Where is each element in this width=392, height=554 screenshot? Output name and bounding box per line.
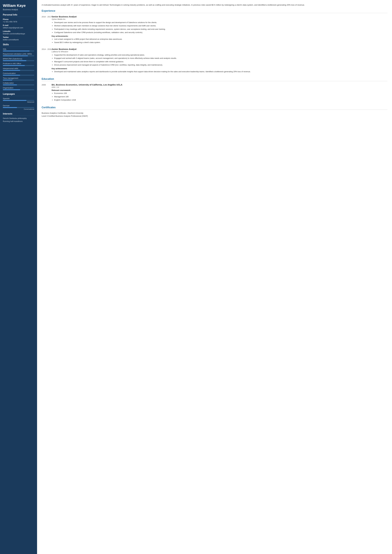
- entry-org: LaBeouf & Wheaton: [52, 51, 387, 53]
- skill-bar-fill: [3, 89, 20, 90]
- personal-info-field: E-mailwilliam.kaye@gmail.com: [3, 24, 34, 29]
- skill-name: Communication: [3, 72, 34, 74]
- skill-item: Requirement elicitation (JAD, BRD): [3, 53, 34, 56]
- language-item: GermanConversational: [3, 104, 34, 110]
- skill-bar-fill: [3, 84, 17, 85]
- entry-title: BA, Business Economics, University of Ca…: [52, 83, 387, 86]
- key-achievement-bullet: Management 180: [54, 95, 387, 98]
- entry-bullet: Engaged and worked with 3 aligned teams …: [54, 57, 387, 60]
- skill-bar-fill: [3, 65, 25, 66]
- certificate-item: Business Analytics Certificate—Stanford …: [42, 112, 387, 114]
- language-level: Advanced: [3, 101, 34, 103]
- skill-bar-fill: [3, 70, 20, 71]
- entry-bullet: Developed user stories and to-be process…: [54, 21, 387, 24]
- entry-content: Senior Business AnalystXytras Media Inc.…: [52, 15, 387, 45]
- personal-info-section-title: Personal Info: [3, 14, 34, 17]
- skill-bar-bg: [3, 70, 34, 71]
- info-label: Twitter: [3, 36, 34, 38]
- personal-info-field: Twittertwitter.com/williamk: [3, 36, 34, 41]
- skill-name: SQL: [3, 48, 34, 50]
- skill-name: Interpersonal skills: [3, 67, 34, 69]
- language-item: SpanishAdvanced: [3, 97, 34, 103]
- key-achievement-label: Relevant coursework:: [52, 89, 387, 91]
- entry-org: Xytras Media Inc.: [52, 18, 387, 20]
- entry-title: Junior Business Analyst: [52, 48, 387, 50]
- entry: 2014 - 2016Junior Business AnalystLaBeou…: [42, 48, 387, 74]
- entry-bullet: Worked collaboratively with team members…: [54, 24, 387, 27]
- skill-item: Organization: [3, 87, 34, 90]
- candidate-name: William Kaye: [3, 3, 34, 8]
- skill-name: Time management: [3, 77, 34, 79]
- info-value: william.kaye@gmail.com: [3, 27, 34, 29]
- entry-bullet: Configured Salesforce and other CRM prod…: [54, 31, 387, 34]
- entry-date: 2014 - 2016: [42, 48, 52, 74]
- language-bar-bg: [3, 100, 34, 101]
- key-achievement-label: Key achievements:: [52, 35, 387, 37]
- experience-entries: 2016 - 2017Senior Business AnalystXytras…: [42, 15, 387, 74]
- skill-bar-fill: [3, 80, 12, 81]
- key-achievement-bullet: Saved $0.5 million by redesigning a clie…: [54, 41, 387, 44]
- entry: 2016 - 2017Senior Business AnalystXytras…: [42, 15, 387, 45]
- skill-bar-fill: [3, 60, 26, 61]
- info-label: LinkedIn: [3, 30, 34, 32]
- skill-bar-fill: [3, 55, 28, 56]
- info-value: +1-421-456-7878: [3, 21, 34, 23]
- skill-item: Proficient in MS Office: [3, 62, 34, 66]
- key-achievement-bullets: Led a team assigned to a $5M project tha…: [52, 38, 387, 44]
- language-bar-fill: [3, 100, 26, 101]
- key-achievement-bullet: English Composition 131B: [54, 99, 387, 101]
- certificates-section-title: Certificates: [42, 106, 387, 110]
- info-value: twitter.com/williamk: [3, 39, 34, 41]
- entry-org: GPA: 3.9: [52, 86, 387, 88]
- skill-bar-bg: [3, 51, 34, 51]
- key-achievement-bullet: Economics 106: [54, 92, 387, 95]
- language-name: Spanish: [3, 97, 34, 100]
- language-bar-bg: [3, 107, 34, 108]
- certificate-item: Level 3 Certified Business Analysis Prof…: [42, 115, 387, 117]
- entry-bullets: Developed user stories and to-be process…: [52, 21, 387, 34]
- skill-item: SQL: [3, 48, 34, 51]
- entry-content: Junior Business AnalystLaBeouf & Wheaton…: [52, 48, 387, 74]
- key-achievement-bullet: Developed and maintained sales analytics…: [54, 70, 387, 73]
- entry-title: Senior Business Analyst: [52, 15, 387, 18]
- info-label: Phone: [3, 18, 34, 20]
- skill-bar-bg: [3, 89, 34, 90]
- skill-bar-bg: [3, 84, 34, 85]
- languages-container: SpanishAdvancedGermanConversational: [3, 97, 34, 110]
- personal-info-field: Phone+1-421-456-7878: [3, 18, 34, 23]
- certificates-section: Certificates Business Analytics Certific…: [42, 106, 387, 117]
- interest-item: Running half-marathons: [3, 120, 34, 122]
- key-achievement-label: Key achievement:: [52, 68, 387, 70]
- skill-bar-bg: [3, 75, 34, 76]
- skill-name: Requirement elicitation (JAD, BRD): [3, 53, 34, 55]
- skill-item: BRM/CRM (Salesforce): [3, 58, 34, 61]
- skill-name: BRM/CRM (Salesforce): [3, 58, 34, 60]
- skill-bar-bg: [3, 55, 34, 56]
- education-entries: 2008BA, Business Economics, University o…: [42, 83, 387, 103]
- main-content: A motivated business analyst with 4+ yea…: [37, 0, 392, 554]
- entry: 2008BA, Business Economics, University o…: [42, 83, 387, 103]
- skill-item: Time management: [3, 77, 34, 81]
- certificates-list: Business Analytics Certificate—Stanford …: [42, 112, 387, 117]
- skill-bar-fill: [3, 51, 29, 51]
- education-section: Education 2008BA, Business Economics, Un…: [42, 77, 387, 103]
- entry-bullet: Participated in key meetings with client…: [54, 28, 387, 31]
- skill-name: Proficient in MS Office: [3, 62, 34, 65]
- skill-item: Interpersonal skills: [3, 67, 34, 71]
- skill-name: Organization: [3, 87, 34, 89]
- info-value: linkedin.com/in/williamkaye: [3, 33, 34, 35]
- skill-name: Collaboration: [3, 82, 34, 84]
- skill-bar-bg: [3, 60, 34, 61]
- skill-bar-bg: [3, 80, 34, 81]
- entry-bullets: Supported the development of sales and o…: [52, 54, 387, 66]
- sidebar: William Kaye Business Analyst Personal I…: [0, 0, 37, 554]
- language-name: German: [3, 104, 34, 107]
- personal-info-field: LinkedInlinkedin.com/in/williamkaye: [3, 30, 34, 35]
- entry-date: 2008: [42, 83, 52, 103]
- entry-bullet: Drove process improvement and managed al…: [54, 63, 387, 66]
- info-label: E-mail: [3, 24, 34, 26]
- skill-item: Collaboration: [3, 82, 34, 85]
- key-achievement-bullet: Led a team assigned to a $5M project tha…: [54, 38, 387, 41]
- entry-bullet: Managed 5 concurrent projects and drove …: [54, 60, 387, 63]
- experience-section-title: Experience: [42, 9, 387, 13]
